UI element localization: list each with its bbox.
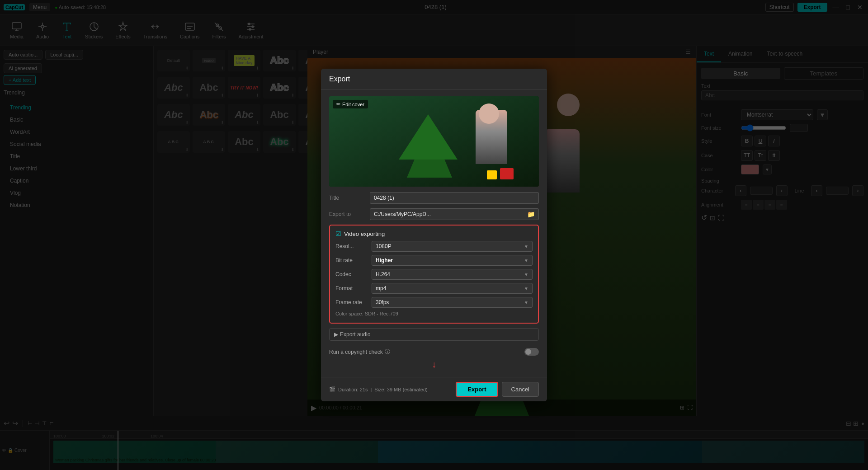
framerate-select[interactable]: 30fps ▼	[372, 297, 533, 308]
framerate-value: 30fps	[376, 299, 389, 306]
format-row: Format mp4 ▼	[335, 283, 533, 294]
size-label: Size: 39 MB (estimated)	[374, 387, 427, 392]
export-to-input[interactable]	[374, 209, 527, 220]
framerate-arrow-icon: ▼	[524, 300, 528, 305]
modal-footer: 🎬 Duration: 21s | Size: 39 MB (estimated…	[321, 377, 547, 401]
color-space: Color space: SDR - Rec.709	[335, 311, 533, 316]
export-audio-section: ▶ Export audio	[329, 328, 539, 341]
video-export-header: ☑ Video exporting	[335, 230, 533, 237]
codec-label: Codec	[335, 271, 372, 277]
copyright-row: Run a copyright check ⓘ	[329, 345, 539, 358]
preview-image	[329, 96, 539, 187]
copyright-toggle[interactable]	[524, 348, 539, 356]
cancel-button[interactable]: Cancel	[502, 382, 539, 397]
bitrate-arrow-icon: ▼	[524, 258, 528, 263]
export-modal: Export	[321, 69, 547, 401]
framerate-row: Frame rate 30fps ▼	[335, 297, 533, 308]
video-export-label: Video exporting	[344, 230, 385, 237]
toggle-knob	[525, 349, 531, 355]
export-audio-label: Export audio	[340, 331, 370, 338]
title-field-label: Title	[329, 195, 365, 201]
video-export-section: ☑ Video exporting Resol... 1080P ▼ Bit r…	[329, 225, 539, 324]
codec-row: Codec H.264 ▼	[335, 269, 533, 280]
export-to-label: Export to	[329, 211, 365, 217]
folder-button[interactable]: 📁	[527, 211, 535, 218]
bitrate-select[interactable]: Higher ▼	[372, 255, 533, 266]
resolution-value: 1080P	[376, 243, 392, 249]
framerate-label: Frame rate	[335, 299, 372, 306]
format-value: mp4	[376, 285, 386, 291]
separator: |	[370, 387, 372, 392]
modal-overlay: Export	[0, 0, 868, 470]
title-field-row: Title	[329, 192, 539, 204]
export-preview: ✏ Edit cover	[329, 96, 539, 187]
footer-buttons: Export Cancel	[456, 382, 539, 397]
pencil-icon: ✏	[336, 101, 340, 107]
export-confirm-button[interactable]: Export	[456, 382, 498, 397]
copyright-label: Run a copyright check ⓘ	[329, 348, 390, 356]
copyright-info-icon: ⓘ	[385, 348, 390, 356]
edit-cover-button[interactable]: ✏ Edit cover	[333, 100, 368, 108]
format-arrow-icon: ▼	[524, 286, 528, 291]
resolution-select[interactable]: 1080P ▼	[372, 241, 533, 252]
video-file-icon: 🎬	[329, 386, 335, 392]
resolution-label: Resol...	[335, 243, 372, 249]
modal-body: ✏ Edit cover Title Export to 📁	[321, 90, 547, 377]
export-arrow-indicator: ↓	[329, 359, 539, 370]
video-checkbox[interactable]: ☑	[335, 230, 341, 237]
chevron-right-icon: ▶	[334, 331, 338, 338]
resolution-row: Resol... 1080P ▼	[335, 241, 533, 252]
title-input[interactable]	[370, 192, 539, 204]
bitrate-value: Higher	[376, 257, 393, 263]
footer-info: 🎬 Duration: 21s | Size: 39 MB (estimated…	[329, 386, 428, 392]
bitrate-label: Bit rate	[335, 257, 372, 263]
modal-header: Export	[321, 69, 547, 90]
codec-arrow-icon: ▼	[524, 272, 528, 277]
format-label: Format	[335, 285, 372, 291]
export-to-field-row: Export to 📁	[329, 208, 539, 220]
bitrate-row: Bit rate Higher ▼	[335, 255, 533, 266]
export-audio-header[interactable]: ▶ Export audio	[334, 331, 534, 338]
codec-value: H.264	[376, 271, 390, 277]
duration-label: Duration: 21s	[338, 387, 368, 392]
codec-select[interactable]: H.264 ▼	[372, 269, 533, 280]
export-to-field: 📁	[370, 208, 539, 220]
format-select[interactable]: mp4 ▼	[372, 283, 533, 294]
resolution-arrow-icon: ▼	[524, 244, 528, 249]
